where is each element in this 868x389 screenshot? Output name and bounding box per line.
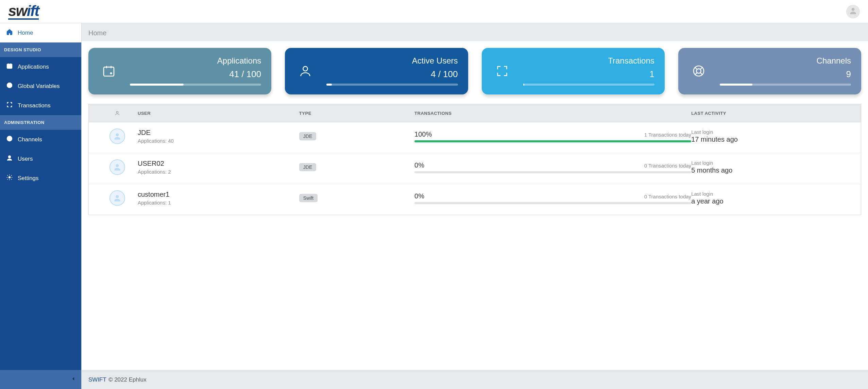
content: Applications 41 / 100 Active Users 4 / 1… — [82, 41, 868, 370]
calendar-icon — [99, 64, 119, 78]
card-title: Channels — [817, 56, 851, 66]
avatar-cell — [97, 128, 138, 144]
user-apps: Applications: 40 — [138, 138, 299, 144]
svg-point-2 — [10, 67, 11, 67]
card-channels[interactable]: Channels 9 — [678, 48, 861, 94]
user-cell: USER02 Applications: 2 — [138, 160, 299, 175]
svg-rect-1 — [7, 64, 12, 68]
type-pill: JDE — [299, 163, 316, 171]
top-bar: swift — [0, 0, 868, 23]
col-transactions: TRANSACTIONS — [414, 111, 691, 116]
summary-cards: Applications 41 / 100 Active Users 4 / 1… — [88, 48, 861, 94]
sidebar-item-label: Applications — [18, 64, 49, 70]
tx-today: 1 Transactions today — [644, 132, 691, 138]
card-applications[interactable]: Applications 41 / 100 — [88, 48, 271, 94]
sidebar-item-transactions[interactable]: Transactions — [0, 96, 81, 115]
users-table: USER TYPE TRANSACTIONS LAST ACTIVITY JDE… — [88, 104, 861, 215]
svg-rect-8 — [104, 67, 114, 76]
last-login-value: 17 minutes ago — [691, 136, 853, 143]
table-header: USER TYPE TRANSACTIONS LAST ACTIVITY — [89, 104, 861, 122]
svg-point-13 — [116, 111, 118, 113]
tx-progress — [414, 171, 691, 173]
user-icon — [6, 155, 13, 163]
logo[interactable]: swift — [8, 3, 39, 20]
svg-point-10 — [303, 66, 308, 71]
type-cell: JDE — [299, 163, 414, 171]
activity-cell: Last login 17 minutes ago — [691, 129, 853, 143]
profile-avatar[interactable] — [846, 5, 860, 18]
svg-point-7 — [9, 177, 11, 178]
card-title: Transactions — [608, 56, 654, 66]
type-cell: Swift — [299, 194, 414, 202]
sidebar-item-channels[interactable]: Channels — [0, 130, 81, 149]
card-value: 41 / 100 — [229, 69, 261, 79]
last-login-label: Last login — [691, 191, 853, 197]
sidebar-item-label: Settings — [18, 175, 38, 182]
sidebar-collapse-button[interactable] — [0, 370, 81, 389]
user-apps: Applications: 2 — [138, 169, 299, 175]
svg-point-0 — [852, 8, 855, 11]
table-row[interactable]: customer1 Applications: 1 Swift 0% 0 Tra… — [89, 184, 861, 215]
card-value: 1 — [649, 69, 654, 79]
sidebar-item-global-variables[interactable]: Global Variables — [0, 76, 81, 96]
main-area: Home Applications 41 / 100 — [82, 23, 868, 389]
avatar — [109, 159, 125, 175]
sidebar-item-applications[interactable]: Applications — [0, 57, 81, 76]
chevron-left-icon — [70, 376, 76, 383]
avatar — [109, 128, 125, 144]
card-transactions[interactable]: Transactions 1 — [482, 48, 665, 94]
tx-percent: 0% — [414, 161, 424, 169]
col-user: USER — [138, 111, 299, 116]
last-login-label: Last login — [691, 160, 853, 166]
svg-point-6 — [8, 156, 11, 158]
last-login-value: a year ago — [691, 197, 853, 205]
lifebuoy-icon — [688, 64, 709, 78]
sidebar-item-home[interactable]: Home — [0, 23, 81, 42]
info-icon — [6, 82, 13, 90]
col-type: TYPE — [299, 111, 414, 116]
col-last-activity: LAST ACTIVITY — [691, 111, 853, 116]
tx-percent: 100% — [414, 130, 432, 138]
footer: SWIFT © 2022 Ephlux — [82, 370, 868, 389]
lifebuoy-icon — [6, 135, 13, 144]
svg-point-5 — [8, 138, 11, 140]
tx-today: 0 Transactions today — [644, 163, 691, 169]
table-row[interactable]: JDE Applications: 40 JDE 100% 1 Transact… — [89, 122, 861, 153]
user-cell: JDE Applications: 40 — [138, 129, 299, 144]
type-pill: Swift — [299, 194, 318, 202]
user-apps: Applications: 1 — [138, 200, 299, 206]
logo-text-suffix: ift — [27, 3, 39, 18]
last-login-value: 5 months ago — [691, 166, 853, 174]
card-progress — [720, 84, 851, 86]
home-icon — [6, 29, 13, 37]
type-pill: JDE — [299, 132, 316, 140]
card-value: 4 / 100 — [431, 69, 458, 79]
footer-text: © 2022 Ephlux — [108, 376, 147, 383]
sidebar-item-label: Users — [18, 156, 33, 162]
transactions-cell: 0% 0 Transactions today — [414, 161, 691, 173]
tx-today: 0 Transactions today — [644, 194, 691, 199]
table-row[interactable]: USER02 Applications: 2 JDE 0% 0 Transact… — [89, 153, 861, 184]
user-name: JDE — [138, 129, 299, 137]
user-cell: customer1 Applications: 1 — [138, 191, 299, 206]
breadcrumb: Home — [82, 23, 868, 37]
card-value: 9 — [846, 69, 851, 79]
card-title: Applications — [217, 56, 261, 66]
sidebar-item-users[interactable]: Users — [0, 149, 81, 169]
svg-point-15 — [116, 164, 119, 167]
svg-point-9 — [110, 73, 112, 74]
sidebar-item-label: Home — [18, 30, 33, 36]
sidebar-item-label: Transactions — [18, 102, 51, 109]
type-cell: JDE — [299, 132, 414, 140]
svg-point-12 — [696, 69, 701, 73]
avatar — [109, 190, 125, 206]
last-login-label: Last login — [691, 129, 853, 135]
card-progress — [326, 84, 458, 86]
calendar-icon — [6, 63, 13, 71]
sidebar-item-settings[interactable]: Settings — [0, 169, 81, 188]
svg-point-16 — [116, 195, 119, 198]
activity-cell: Last login 5 months ago — [691, 160, 853, 174]
tx-progress — [414, 140, 691, 142]
card-active-users[interactable]: Active Users 4 / 100 — [285, 48, 468, 94]
transactions-cell: 0% 0 Transactions today — [414, 192, 691, 204]
